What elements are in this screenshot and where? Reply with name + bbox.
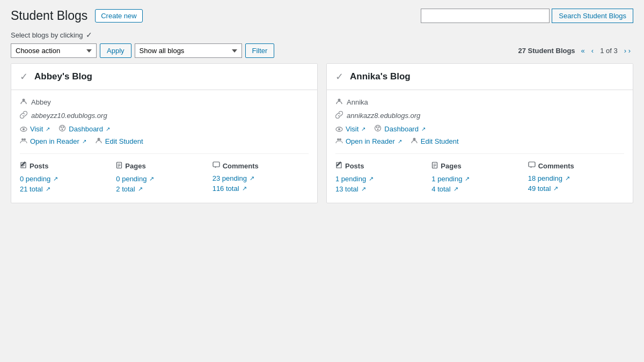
- comments-pending-annika[interactable]: 18 pending ↗: [528, 174, 619, 182]
- comments-label-annika: Comments: [538, 162, 574, 170]
- svg-point-21: [375, 125, 381, 131]
- link-icon-abbey: [20, 111, 27, 120]
- blog-title-annika: Annika's Blog: [350, 71, 411, 82]
- pages-pending-abbey[interactable]: 0 pending ↗: [116, 175, 207, 183]
- pages-total-abbey[interactable]: 2 total ↗: [116, 185, 207, 193]
- prev-page-link[interactable]: ‹: [589, 46, 596, 56]
- page-title: Student Blogs: [11, 9, 87, 23]
- create-new-button[interactable]: Create new: [95, 9, 142, 23]
- blog-count: 27 Student Blogs: [518, 47, 575, 55]
- comments-icon-annika: [528, 161, 536, 170]
- pages-pending-annika[interactable]: 1 pending ↗: [431, 175, 522, 183]
- visit-link-abbey[interactable]: Visit ↗: [20, 125, 50, 134]
- posts-label-annika: Posts: [345, 162, 364, 170]
- svg-point-4: [61, 127, 62, 128]
- dashboard-link-abbey[interactable]: Dashboard ↗: [58, 124, 110, 134]
- reader-link-abbey[interactable]: Open in Reader ↗: [20, 137, 86, 146]
- filter-button[interactable]: Filter: [245, 43, 275, 58]
- visit-label-abbey: Visit: [30, 125, 43, 133]
- current-page: 1 of 3: [597, 46, 620, 56]
- reader-label-annika: Open in Reader: [346, 137, 395, 145]
- show-all-blogs-select[interactable]: Show all blogs: [135, 43, 242, 58]
- search-input[interactable]: [421, 9, 550, 23]
- apply-button[interactable]: Apply: [100, 43, 131, 58]
- posts-pending-ext-annika: ↗: [369, 175, 374, 182]
- comments-pending-abbey[interactable]: 23 pending ↗: [213, 174, 303, 182]
- svg-point-24: [377, 129, 379, 130]
- search-button[interactable]: Search Student Blogs: [552, 9, 633, 23]
- comments-total-annika[interactable]: 49 total ↗: [528, 184, 619, 193]
- comments-label-abbey: Comments: [223, 162, 259, 170]
- posts-pending-abbey[interactable]: 0 pending ↗: [20, 175, 111, 183]
- blogs-grid: ✓ Abbey's Blog Abbey: [11, 63, 633, 203]
- blog-actions-row1-annika: Visit ↗ Dashboard ↗: [335, 124, 624, 134]
- posts-total-annika[interactable]: 13 total ↗: [335, 185, 426, 193]
- pages-total-annika[interactable]: 4 total ↗: [431, 185, 522, 193]
- visit-icon-annika: [335, 125, 343, 134]
- posts-pending-annika[interactable]: 1 pending ↗: [335, 175, 426, 183]
- dashboard-icon-abbey: [58, 124, 66, 134]
- pages-pending-ext-annika: ↗: [465, 175, 470, 182]
- visit-link-annika[interactable]: Visit ↗: [335, 125, 365, 134]
- choose-action-select[interactable]: Choose action: [11, 43, 97, 58]
- pages-icon-abbey: [116, 161, 122, 171]
- edit-student-link-abbey[interactable]: Edit Student: [95, 137, 143, 146]
- blog-select-check-abbey[interactable]: ✓: [20, 72, 28, 82]
- comments-total-ext-abbey: ↗: [242, 185, 247, 192]
- select-hint-row: Select blogs by clicking ✓: [11, 31, 633, 39]
- blog-author-abbey: Abbey: [31, 98, 51, 106]
- visit-ext-annika: ↗: [361, 126, 365, 132]
- blog-actions-row1-abbey: Visit ↗ Dashboard ↗: [20, 124, 309, 134]
- svg-point-6: [62, 129, 63, 130]
- posts-pending-ext-abbey: ↗: [53, 175, 58, 182]
- blog-author-row-abbey: Abbey: [20, 98, 309, 107]
- toolbar-row: Choose action Apply Show all blogs Filte…: [11, 43, 633, 58]
- visit-label-annika: Visit: [346, 125, 358, 133]
- checkmark-icon: ✓: [86, 31, 92, 39]
- posts-total-abbey[interactable]: 21 total ↗: [20, 185, 111, 193]
- reader-link-annika[interactable]: Open in Reader ↗: [335, 137, 402, 146]
- svg-rect-32: [529, 162, 535, 167]
- svg-point-26: [339, 138, 341, 141]
- edit-student-icon-abbey: [95, 137, 103, 146]
- edit-student-label-abbey: Edit Student: [105, 137, 143, 145]
- user-icon-annika: [335, 98, 343, 107]
- comments-pending-ext-abbey: ↗: [250, 175, 254, 182]
- svg-rect-17: [213, 162, 219, 167]
- dashboard-ext-abbey: ↗: [106, 126, 110, 132]
- edit-student-link-annika[interactable]: Edit Student: [411, 137, 459, 146]
- first-page-link[interactable]: «: [579, 46, 588, 56]
- dashboard-link-annika[interactable]: Dashboard ↗: [374, 124, 426, 134]
- edit-student-icon-annika: [411, 137, 418, 146]
- svg-point-2: [23, 128, 25, 130]
- posts-icon-annika: [335, 161, 342, 171]
- blog-card-annika: ✓ Annika's Blog Annika: [326, 63, 633, 203]
- posts-stat-abbey: Posts 0 pending ↗ 21 total ↗: [20, 161, 116, 195]
- pages-label-annika: Pages: [441, 162, 461, 170]
- blog-actions-row2-abbey: Open in Reader ↗ Edit Student: [20, 137, 309, 146]
- blog-stats-annika: Posts 1 pending ↗ 13 total ↗: [335, 153, 624, 195]
- comments-stat-annika: Comments 18 pending ↗ 49 total ↗: [528, 161, 624, 195]
- blog-url-row-abbey: abbeyzz10.edublogs.org: [20, 111, 309, 120]
- posts-total-ext-annika: ↗: [361, 186, 366, 193]
- next-page-link[interactable]: › ›: [621, 46, 633, 56]
- reader-ext-annika: ↗: [398, 138, 402, 144]
- posts-stat-annika: Posts 1 pending ↗ 13 total ↗: [335, 161, 431, 195]
- posts-label-abbey: Posts: [30, 162, 48, 170]
- pages-total-ext-abbey: ↗: [138, 186, 143, 193]
- svg-point-9: [97, 138, 100, 141]
- reader-label-abbey: Open in Reader: [30, 137, 79, 145]
- blog-url-abbey: abbeyzz10.edublogs.org: [31, 112, 107, 120]
- blog-card-abbey: ✓ Abbey's Blog Abbey: [11, 63, 318, 203]
- select-hint-text: Select blogs by clicking: [11, 31, 83, 39]
- pages-label-abbey: Pages: [125, 162, 145, 170]
- svg-point-23: [378, 127, 380, 128]
- comments-stat-abbey: Comments 23 pending ↗ 116 total ↗: [213, 161, 309, 195]
- pagination-nav: « ‹ 1 of 3 › ›: [579, 46, 633, 56]
- pages-stat-annika: Pages 1 pending ↗ 4 total ↗: [431, 161, 528, 195]
- blog-select-check-annika[interactable]: ✓: [335, 72, 343, 82]
- comments-total-abbey[interactable]: 116 total ↗: [213, 184, 303, 193]
- posts-total-ext-abbey: ↗: [46, 186, 50, 193]
- pages-icon-annika: [431, 161, 438, 171]
- blog-url-annika: annikazz8.edublogs.org: [347, 112, 420, 120]
